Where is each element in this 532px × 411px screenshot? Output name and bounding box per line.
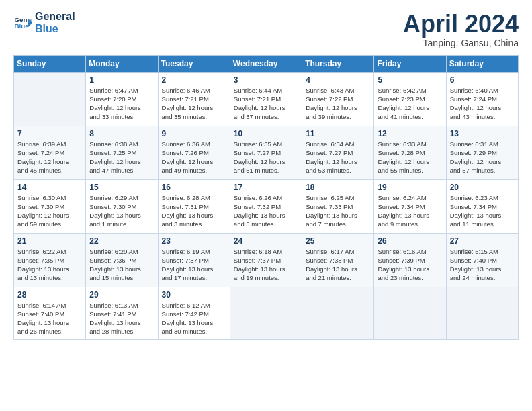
header-row: SundayMondayTuesdayWednesdayThursdayFrid…: [14, 55, 519, 72]
header-day: Saturday: [446, 55, 518, 72]
day-number: 3: [234, 75, 298, 85]
day-number: 17: [234, 183, 298, 192]
page: General Blue General Blue April 2024 Tan…: [0, 0, 532, 411]
day-number: 4: [306, 75, 370, 85]
day-info: Sunrise: 6:13 AM Sunset: 7:41 PM Dayligh…: [89, 301, 154, 336]
day-number: 30: [162, 290, 226, 300]
day-info: Sunrise: 6:35 AM Sunset: 7:27 PM Dayligh…: [234, 140, 298, 175]
day-info: Sunrise: 6:46 AM Sunset: 7:21 PM Dayligh…: [162, 86, 226, 122]
day-number: 22: [89, 236, 154, 246]
calendar-cell: 26Sunrise: 6:16 AM Sunset: 7:39 PM Dayli…: [374, 233, 446, 287]
day-number: 26: [378, 236, 442, 246]
calendar-cell: 19Sunrise: 6:24 AM Sunset: 7:34 PM Dayli…: [374, 179, 446, 233]
day-number: 28: [17, 290, 82, 300]
day-info: Sunrise: 6:24 AM Sunset: 7:34 PM Dayligh…: [378, 193, 442, 229]
calendar-cell: 23Sunrise: 6:19 AM Sunset: 7:37 PM Dayli…: [158, 233, 230, 287]
logo: General Blue General Blue: [13, 11, 75, 34]
day-info: Sunrise: 6:39 AM Sunset: 7:24 PM Dayligh…: [17, 140, 82, 175]
day-info: Sunrise: 6:12 AM Sunset: 7:42 PM Dayligh…: [162, 301, 226, 336]
header-day: Thursday: [302, 55, 374, 72]
day-info: Sunrise: 6:29 AM Sunset: 7:30 PM Dayligh…: [89, 193, 154, 229]
day-number: 2: [162, 75, 226, 85]
day-number: 25: [306, 236, 370, 246]
calendar-week-row: 28Sunrise: 6:14 AM Sunset: 7:40 PM Dayli…: [14, 287, 519, 339]
day-info: Sunrise: 6:23 AM Sunset: 7:34 PM Dayligh…: [450, 193, 515, 229]
calendar-cell: 7Sunrise: 6:39 AM Sunset: 7:24 PM Daylig…: [14, 126, 86, 179]
day-number: 10: [234, 129, 298, 138]
day-info: Sunrise: 6:36 AM Sunset: 7:26 PM Dayligh…: [162, 140, 226, 175]
calendar-cell: 4Sunrise: 6:43 AM Sunset: 7:22 PM Daylig…: [302, 72, 374, 126]
calendar-cell: 13Sunrise: 6:31 AM Sunset: 7:29 PM Dayli…: [446, 126, 518, 179]
day-info: Sunrise: 6:28 AM Sunset: 7:31 PM Dayligh…: [162, 193, 226, 229]
calendar-table: SundayMondayTuesdayWednesdayThursdayFrid…: [13, 55, 519, 340]
logo-line2: Blue: [35, 23, 75, 35]
title-block: April 2024 Tanping, Gansu, China: [403, 11, 519, 48]
day-info: Sunrise: 6:26 AM Sunset: 7:32 PM Dayligh…: [234, 193, 298, 229]
calendar-cell: 28Sunrise: 6:14 AM Sunset: 7:40 PM Dayli…: [14, 287, 86, 339]
calendar-cell: [446, 287, 518, 339]
day-number: 29: [89, 290, 154, 300]
calendar-header: SundayMondayTuesdayWednesdayThursdayFrid…: [14, 55, 519, 72]
day-number: 21: [17, 236, 82, 246]
calendar-cell: 21Sunrise: 6:22 AM Sunset: 7:35 PM Dayli…: [14, 233, 86, 287]
day-info: Sunrise: 6:22 AM Sunset: 7:35 PM Dayligh…: [17, 247, 82, 283]
day-number: 12: [378, 129, 442, 138]
day-info: Sunrise: 6:42 AM Sunset: 7:23 PM Dayligh…: [378, 86, 442, 122]
calendar-cell: 24Sunrise: 6:18 AM Sunset: 7:37 PM Dayli…: [230, 233, 302, 287]
day-info: Sunrise: 6:40 AM Sunset: 7:24 PM Dayligh…: [450, 86, 515, 122]
day-info: Sunrise: 6:31 AM Sunset: 7:29 PM Dayligh…: [450, 140, 515, 175]
day-number: 1: [89, 75, 154, 85]
day-info: Sunrise: 6:43 AM Sunset: 7:22 PM Dayligh…: [306, 86, 370, 122]
day-info: Sunrise: 6:17 AM Sunset: 7:38 PM Dayligh…: [306, 247, 370, 283]
day-info: Sunrise: 6:47 AM Sunset: 7:20 PM Dayligh…: [89, 86, 154, 122]
day-number: 13: [450, 129, 515, 138]
day-info: Sunrise: 6:18 AM Sunset: 7:37 PM Dayligh…: [234, 247, 298, 283]
calendar-cell: 27Sunrise: 6:15 AM Sunset: 7:40 PM Dayli…: [446, 233, 518, 287]
calendar-cell: 18Sunrise: 6:25 AM Sunset: 7:33 PM Dayli…: [302, 179, 374, 233]
day-info: Sunrise: 6:15 AM Sunset: 7:40 PM Dayligh…: [450, 247, 515, 283]
day-number: 7: [17, 129, 82, 138]
calendar-week-row: 14Sunrise: 6:30 AM Sunset: 7:30 PM Dayli…: [14, 179, 519, 233]
day-info: Sunrise: 6:44 AM Sunset: 7:21 PM Dayligh…: [234, 86, 298, 122]
calendar-cell: [374, 287, 446, 339]
day-number: 20: [450, 183, 515, 192]
calendar-body: 1Sunrise: 6:47 AM Sunset: 7:20 PM Daylig…: [14, 72, 519, 339]
calendar-week-row: 7Sunrise: 6:39 AM Sunset: 7:24 PM Daylig…: [14, 126, 519, 179]
day-number: 6: [450, 75, 515, 85]
day-number: 11: [306, 129, 370, 138]
day-info: Sunrise: 6:14 AM Sunset: 7:40 PM Dayligh…: [17, 301, 82, 336]
calendar-week-row: 1Sunrise: 6:47 AM Sunset: 7:20 PM Daylig…: [14, 72, 519, 126]
logo-icon: General Blue: [13, 13, 32, 32]
day-number: 18: [306, 183, 370, 192]
day-number: 8: [89, 129, 154, 138]
header-day: Friday: [374, 55, 446, 72]
calendar-cell: 22Sunrise: 6:20 AM Sunset: 7:36 PM Dayli…: [86, 233, 158, 287]
svg-text:Blue: Blue: [14, 22, 29, 30]
header-day: Monday: [86, 55, 158, 72]
day-info: Sunrise: 6:19 AM Sunset: 7:37 PM Dayligh…: [162, 247, 226, 283]
calendar-cell: 15Sunrise: 6:29 AM Sunset: 7:30 PM Dayli…: [86, 179, 158, 233]
calendar-cell: 16Sunrise: 6:28 AM Sunset: 7:31 PM Dayli…: [158, 179, 230, 233]
calendar-week-row: 21Sunrise: 6:22 AM Sunset: 7:35 PM Dayli…: [14, 233, 519, 287]
month-title: April 2024: [403, 11, 519, 38]
calendar-cell: 29Sunrise: 6:13 AM Sunset: 7:41 PM Dayli…: [86, 287, 158, 339]
calendar-cell: 30Sunrise: 6:12 AM Sunset: 7:42 PM Dayli…: [158, 287, 230, 339]
calendar-cell: 1Sunrise: 6:47 AM Sunset: 7:20 PM Daylig…: [86, 72, 158, 126]
calendar-cell: 2Sunrise: 6:46 AM Sunset: 7:21 PM Daylig…: [158, 72, 230, 126]
day-number: 24: [234, 236, 298, 246]
day-number: 16: [162, 183, 226, 192]
header-day: Sunday: [14, 55, 86, 72]
header-day: Tuesday: [158, 55, 230, 72]
day-info: Sunrise: 6:33 AM Sunset: 7:28 PM Dayligh…: [378, 140, 442, 175]
day-number: 14: [17, 183, 82, 192]
day-number: 9: [162, 129, 226, 138]
calendar-cell: [14, 72, 86, 126]
day-number: 19: [378, 183, 442, 192]
logo-line1: General: [35, 11, 75, 23]
day-info: Sunrise: 6:30 AM Sunset: 7:30 PM Dayligh…: [17, 193, 82, 229]
calendar-cell: 20Sunrise: 6:23 AM Sunset: 7:34 PM Dayli…: [446, 179, 518, 233]
calendar-cell: 8Sunrise: 6:38 AM Sunset: 7:25 PM Daylig…: [86, 126, 158, 179]
calendar-cell: 25Sunrise: 6:17 AM Sunset: 7:38 PM Dayli…: [302, 233, 374, 287]
day-info: Sunrise: 6:20 AM Sunset: 7:36 PM Dayligh…: [89, 247, 154, 283]
day-number: 5: [378, 75, 442, 85]
